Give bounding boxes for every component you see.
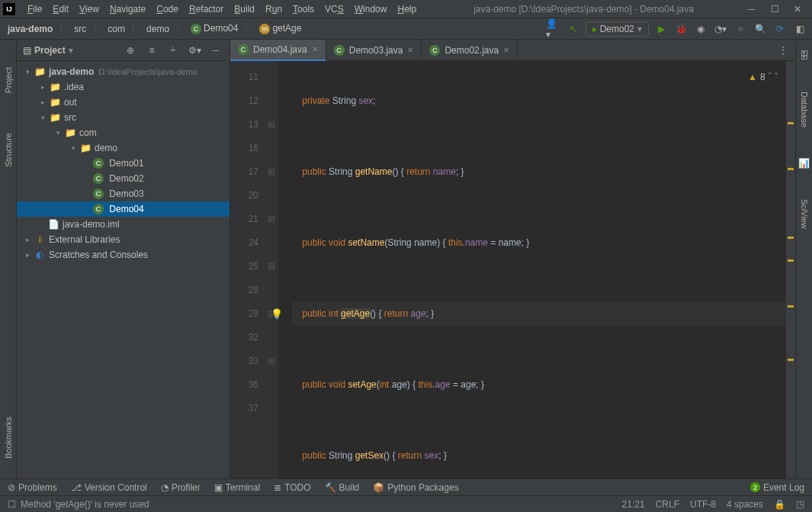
bt-event-log[interactable]: 2Event Log: [750, 482, 804, 493]
menu-refactor[interactable]: Refactor: [185, 2, 228, 16]
menu-code[interactable]: Code: [152, 2, 183, 16]
expand-all-icon[interactable]: ≡: [144, 43, 159, 58]
menu-tools[interactable]: Tools: [288, 2, 319, 16]
code-editor[interactable]: 111213161720212425282932333637 ⊞ ⊞ ⊞ ⊞ ⊞…: [230, 61, 795, 478]
status-icon[interactable]: ☐: [8, 499, 16, 510]
crumb-class[interactable]: CDemo04: [188, 21, 241, 36]
crumb-demo[interactable]: demo: [143, 22, 172, 36]
menu-edit[interactable]: Edit: [48, 2, 73, 16]
status-indent[interactable]: 4 spaces: [727, 499, 763, 510]
close-tab-icon[interactable]: ✕: [503, 46, 509, 54]
window-title: java-demo [D:\IdeaProjects\java-demo] - …: [421, 4, 746, 14]
code-content[interactable]: private String sex; public String getNam…: [278, 61, 786, 478]
bt-terminal[interactable]: ▣Terminal: [214, 482, 260, 493]
status-message: Method 'getAge()' is never used: [21, 499, 149, 510]
menu-window[interactable]: Window: [350, 2, 392, 16]
tree-src[interactable]: ▾📁src: [17, 110, 229, 125]
status-lock-icon[interactable]: 🔒: [774, 499, 785, 510]
collapse-all-icon[interactable]: ÷: [165, 43, 181, 58]
run-icon[interactable]: ▶: [653, 21, 669, 37]
tree-ext-lib[interactable]: ▸⫴External Libraries: [17, 232, 229, 247]
run-config-selector[interactable]: ▸Demo02▾: [586, 21, 649, 37]
tree-out[interactable]: ▸📁out: [17, 95, 229, 110]
tree-demo[interactable]: ▾📁demo: [17, 140, 229, 156]
close-tab-icon[interactable]: ✕: [312, 45, 318, 53]
tab-project[interactable]: Project: [2, 63, 14, 98]
status-mem-icon[interactable]: ◳: [796, 499, 804, 510]
menu-file[interactable]: File: [23, 2, 47, 16]
back-icon[interactable]: ↖: [566, 21, 581, 37]
bt-vcs[interactable]: ⎇Version Control: [71, 482, 147, 493]
tab-demo02[interactable]: CDemo02.java✕: [422, 40, 518, 61]
bt-todo[interactable]: ≣TODO: [274, 482, 310, 493]
bottom-tool-bar: ⊘Problems ⎇Version Control ◔Profiler ▣Te…: [0, 478, 812, 495]
database-icon[interactable]: 🗄: [797, 47, 812, 64]
tree-root[interactable]: ▾📁java-demoD:\IdeaProjects\java-demo: [17, 64, 229, 79]
sciview-icon[interactable]: 📊: [795, 155, 812, 172]
crumb-project[interactable]: java-demo: [5, 22, 56, 36]
close-tab-icon[interactable]: ✕: [407, 46, 413, 54]
error-stripe[interactable]: [786, 61, 795, 478]
tab-sciview[interactable]: SciView: [798, 195, 810, 233]
project-panel: ▤Project▾ ⊕ ≡ ÷ ⚙▾ ─ ▾📁java-demoD:\IdeaP…: [17, 40, 230, 478]
line-gutter: 111213161720212425282932333637: [230, 61, 265, 478]
bt-python[interactable]: 📦Python Packages: [373, 482, 458, 493]
menu-view[interactable]: View: [75, 2, 104, 16]
tabs-more-icon[interactable]: ⋮: [771, 45, 795, 56]
coverage-icon[interactable]: ◉: [693, 21, 708, 37]
menu-build[interactable]: Build: [229, 2, 259, 16]
select-opened-icon[interactable]: ⊕: [123, 43, 138, 58]
tab-demo04[interactable]: CDemo04.java✕: [230, 40, 326, 61]
tree-class-demo02[interactable]: C Demo02: [17, 171, 229, 186]
menu-help[interactable]: Help: [393, 2, 421, 16]
crumb-src[interactable]: src: [71, 22, 89, 36]
status-pos[interactable]: 21:21: [622, 499, 645, 510]
breadcrumb: java-demo 〉 src 〉 com 〉 demo 〉 CDemo04 〉…: [5, 21, 546, 36]
tree-idea[interactable]: ▸📁.idea: [17, 79, 229, 95]
menu-navigate[interactable]: Navigate: [105, 2, 150, 16]
editor-tabs: CDemo04.java✕ CDemo03.java✕ CDemo02.java…: [230, 40, 795, 61]
status-encoding[interactable]: UTF-8: [690, 499, 716, 510]
inspection-badge[interactable]: ▲8 ˆ ˅: [748, 66, 778, 89]
search-icon[interactable]: 🔍: [753, 21, 768, 37]
crumb-method[interactable]: mgetAge: [256, 21, 304, 36]
navigation-bar: java-demo 〉 src 〉 com 〉 demo 〉 CDemo04 〉…: [0, 18, 812, 40]
settings-icon[interactable]: ⚙▾: [187, 43, 202, 58]
menu-vcs[interactable]: VCS: [320, 2, 348, 16]
project-tree: ▾📁java-demoD:\IdeaProjects\java-demo ▸📁.…: [17, 61, 229, 478]
status-line-sep[interactable]: CRLF: [656, 499, 679, 510]
profile-icon[interactable]: ◔▾: [713, 21, 728, 37]
bt-build[interactable]: 🔨Build: [325, 482, 360, 493]
bt-profiler[interactable]: ◔Profiler: [161, 482, 201, 493]
tree-class-demo04[interactable]: C Demo04: [17, 201, 229, 217]
ide-features-icon[interactable]: ◧: [792, 21, 807, 37]
status-bar: ☐ Method 'getAge()' is never used 21:21 …: [0, 495, 812, 512]
debug-icon[interactable]: 🐞: [673, 21, 688, 37]
stop-icon[interactable]: ■: [733, 21, 748, 37]
crumb-com[interactable]: com: [104, 22, 128, 36]
menu-run[interactable]: Run: [261, 2, 287, 16]
tree-iml[interactable]: 📄java-demo.iml: [17, 217, 229, 232]
tab-database[interactable]: Database: [798, 87, 810, 132]
close-icon[interactable]: ✕: [792, 4, 803, 14]
minimize-icon[interactable]: ─: [746, 4, 757, 14]
menu-bar: File Edit View Navigate Code Refactor Bu…: [23, 2, 421, 16]
hide-panel-icon[interactable]: ─: [208, 43, 223, 58]
sync-icon[interactable]: ⟳: [772, 21, 788, 37]
left-tool-gutter: Project Structure Bookmarks: [0, 40, 17, 478]
intention-bulb-icon[interactable]: 💡: [271, 302, 283, 326]
fold-gutter: ⊞ ⊞ ⊞ ⊞ ⊞ ⊞: [265, 61, 278, 478]
tree-class-demo03[interactable]: C Demo03: [17, 186, 229, 201]
tab-demo03[interactable]: CDemo03.java✕: [326, 40, 422, 61]
right-tool-gutter: 🗄 Database 📊 SciView: [795, 40, 812, 478]
app-logo-icon: IJ: [3, 3, 15, 15]
tree-class-demo01[interactable]: C Demo01: [17, 156, 229, 171]
maximize-icon[interactable]: ☐: [769, 4, 780, 14]
tab-structure[interactable]: Structure: [2, 128, 14, 172]
bt-problems[interactable]: ⊘Problems: [8, 482, 57, 493]
user-icon[interactable]: 👤▾: [546, 21, 561, 37]
tree-scratches[interactable]: ▸◐Scratches and Consoles: [17, 247, 229, 262]
tab-bookmarks[interactable]: Bookmarks: [2, 412, 14, 463]
tree-com[interactable]: ▾📁com: [17, 125, 229, 140]
project-panel-title[interactable]: ▤Project▾: [23, 45, 117, 56]
